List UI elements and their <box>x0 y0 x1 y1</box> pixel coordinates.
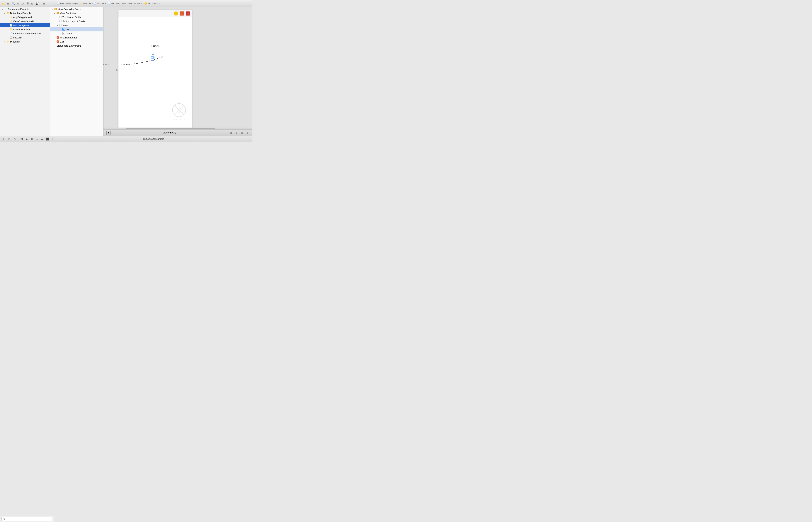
sidebar-item-appdelegate[interactable]: ⚡ AppDelegate.swift <box>0 15 50 19</box>
device-icon-label: ▣ <box>108 132 109 134</box>
tree-item-ok-button[interactable]: B OK <box>50 27 103 32</box>
horizontal-scrollbar[interactable] <box>103 127 252 129</box>
tree-entry-label: Storyboard Entry Point <box>57 44 81 47</box>
tree-item-top-layout[interactable]: Top Layout Guide <box>50 15 103 19</box>
expand-arrow-root: ▼ <box>1 8 4 10</box>
tree-item-bottom-layout[interactable]: Bottom Layout Guide <box>50 19 103 23</box>
tree-item-view[interactable]: ▼ View <box>50 23 103 27</box>
tree-item-vc-scene[interactable]: ▼ S View Controller Scene <box>50 7 103 11</box>
breadcrumb: 📄 ButtonLabelSample › 📁 Butt...ple › 📄 M… <box>57 2 160 5</box>
clock-icon[interactable]: ⏱ <box>7 137 11 141</box>
tree-vc-label: View Controller <box>60 12 76 15</box>
spacer-exit <box>54 41 56 43</box>
sidebar-item-assets[interactable]: 📁 Assets.xcassets <box>0 27 50 32</box>
tree-item-vc[interactable]: ▼ V View Controller <box>50 11 103 15</box>
spacer-appdelegate <box>7 16 9 18</box>
red-box-icon[interactable]: ⬚ <box>186 12 190 16</box>
separator-1 <box>41 2 41 5</box>
top-toolbar: 📁 ⊞ 🔍 ⚠ ◇ ☰ ⊡ 💬 ⊞ ‹ › 📄 ButtonLabelSampl… <box>0 0 252 7</box>
ok-button-container: OK <box>151 56 156 60</box>
canvas-icon-4[interactable]: ⊡ <box>245 131 249 135</box>
canvas-icon-1[interactable]: ⊞ <box>229 131 233 135</box>
canvas-icon-3[interactable]: ⊞ <box>240 131 244 135</box>
spacer-label <box>60 33 62 35</box>
orange-box-icon[interactable]: ⬚ <box>180 12 184 16</box>
handle-ml <box>149 57 150 58</box>
folder-icon-project: 📁 <box>7 12 9 15</box>
comment-icon[interactable]: 💬 <box>35 1 39 5</box>
sidebar-root-label: ButtonLabelSample <box>8 8 29 11</box>
breadcrumb-item-1[interactable]: 📁 Butt...ple <box>80 2 91 5</box>
grid-icon[interactable]: ⊞ <box>42 1 46 5</box>
scrollbar-thumb[interactable] <box>126 128 215 129</box>
tree-vc-scene-label: View Controller Scene <box>58 8 81 11</box>
back-button[interactable]: ‹ <box>47 2 51 5</box>
tree-item-first-responder[interactable]: R First Responder <box>50 36 103 40</box>
step-back-icon[interactable]: ⏮ <box>35 137 39 141</box>
device-icon[interactable]: ▣ <box>106 131 110 135</box>
warning-status-icon[interactable]: ⚠ <box>13 137 17 141</box>
forward-button[interactable]: › <box>51 2 55 5</box>
bottom-title: ButtonLabelSample <box>143 138 164 140</box>
breadcrumb-item-0[interactable]: 📄 ButtonLabelSample <box>57 2 78 5</box>
vc-scene-icon: S <box>54 8 57 11</box>
storyboard-panel: ▼ S View Controller Scene ▼ V View Contr… <box>50 7 103 136</box>
breadcrumb-item-2[interactable]: 📄 Mai...oard <box>94 2 106 5</box>
image-icon[interactable]: 🖼 <box>20 137 24 141</box>
sidebar-toggle-icon[interactable]: ⬛ <box>45 137 49 141</box>
sidebar-item-infoplist[interactable]: 📋 Info.plist <box>0 36 50 40</box>
spacer-mainstoryboard <box>7 24 9 26</box>
breadcrumb-item-5[interactable]: 🟡 Vie...roller <box>144 2 157 5</box>
tree-item-exit[interactable]: E Exit <box>50 40 103 44</box>
expand-vc-scene: ▼ <box>52 8 54 10</box>
folder-icon-products: 📁 <box>7 40 9 43</box>
search-icon[interactable]: 🔍 <box>11 1 15 5</box>
sidebar-item-viewcontroller[interactable]: ⚡ ViewController.swift <box>0 19 50 23</box>
sidebar-item-project[interactable]: ▼ 📁 ButtonLabelSample <box>0 11 50 15</box>
pause-icon[interactable]: ⏸ <box>30 137 34 141</box>
view-icon <box>60 24 62 26</box>
tree-first-responder-label: First Responder <box>60 36 77 39</box>
yellow-circle-icon[interactable] <box>174 12 178 16</box>
structure-icon[interactable]: ⊞ <box>6 1 11 5</box>
tree-item-entry-point[interactable]: → Storyboard Entry Point <box>50 44 103 48</box>
sidebar-mainstoryboard-label: Main.storyboard <box>13 24 30 27</box>
red-box-label: ⬚ <box>187 13 189 15</box>
expand-vc: ▼ <box>54 12 56 14</box>
commit-icon[interactable]: ◇ <box>21 1 25 5</box>
breadcrumb-item-6[interactable]: V. <box>159 2 160 5</box>
step-forward-icon[interactable]: ⏭ <box>40 137 44 141</box>
list-icon[interactable]: ☰ <box>25 1 29 5</box>
main-layout: ▼ 📄 ButtonLabelSample ▼ 📁 ButtonLabelSam… <box>0 7 252 136</box>
canvas-icon-2[interactable]: ⊟ <box>234 131 238 135</box>
tree-top-layout-label: Top Layout Guide <box>62 16 81 19</box>
top-layout-icon <box>60 16 62 18</box>
swift-icon-viewcontroller: ⚡ <box>9 20 13 23</box>
nav-arrows: ‹ › <box>47 2 55 5</box>
warning-icon[interactable]: ⚠ <box>16 1 20 5</box>
watermark-container: 51work6.com <box>172 103 186 121</box>
sidebar-project-label: ButtonLabelSample <box>10 12 31 15</box>
breadcrumb-item-3[interactable]: 📄 Mai...ase) <box>108 2 120 5</box>
sidebar-item-root[interactable]: ▼ 📄 ButtonLabelSample <box>0 7 50 11</box>
breadcrumb-item-4[interactable]: View Controller Scene <box>122 2 142 5</box>
sidebar-item-launchscreen[interactable]: 📄 LaunchScreen.storyboard <box>0 32 50 36</box>
play-icon[interactable]: ▶ <box>25 137 29 141</box>
sidebar-infoplist-label: Info.plist <box>13 36 22 39</box>
sidebar-assets-label: Assets.xcassets <box>13 28 30 31</box>
tree-item-label[interactable]: L Label <box>50 32 103 36</box>
link-icon[interactable]: ⊡ <box>30 1 34 5</box>
tree-ok-label: OK <box>66 28 69 31</box>
exit-icon: E <box>57 40 59 43</box>
bottom-toolbar-icons: 🖼 ▶ ⏸ ⏮ ⏭ ⬛ ↑ <box>20 137 55 141</box>
share-icon[interactable]: ↑ <box>50 137 55 141</box>
handle-tr <box>156 54 157 55</box>
arrow-entry-icon: → <box>54 44 56 47</box>
folder-icon[interactable]: 📁 <box>1 1 5 5</box>
watermark-text: 51work6.com <box>172 119 186 121</box>
sidebar-item-products[interactable]: ▶ 📁 Products <box>0 40 50 44</box>
xcassets-icon: 📁 <box>9 28 13 31</box>
add-button[interactable]: + <box>1 137 5 141</box>
project-icon: 📄 <box>4 8 7 11</box>
sidebar-item-main-storyboard[interactable]: 📄 Main.storyboard <box>0 23 50 27</box>
